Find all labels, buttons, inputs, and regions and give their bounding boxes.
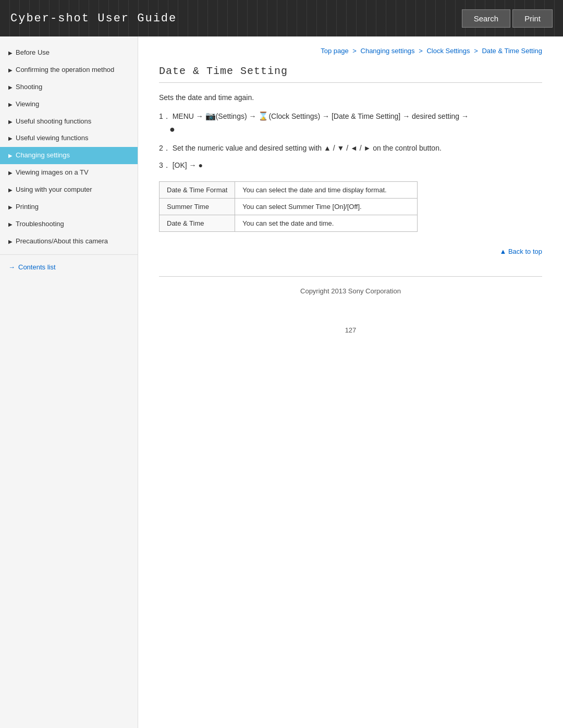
contents-list-link[interactable]: → Contents list — [0, 259, 138, 275]
chevron-right-icon: ▶ — [8, 238, 13, 245]
sidebar-item-viewing-tv[interactable]: ▶ Viewing images on a TV — [0, 164, 138, 181]
chevron-right-icon: ▶ — [8, 221, 13, 228]
table-row: Summer Time You can select Summer Time [… — [160, 199, 418, 215]
main-content: Top page > Changing settings > Clock Set… — [138, 36, 563, 728]
table-cell-label: Date & Time Format — [160, 182, 235, 199]
step-3: 3． [OK] → ● — [159, 160, 542, 171]
chevron-right-icon: ▶ — [8, 50, 13, 56]
breadcrumb-clock[interactable]: Clock Settings — [426, 47, 470, 55]
breadcrumb-current[interactable]: Date & Time Setting — [482, 47, 542, 55]
table-cell-value: You can select Summer Time [On]/[Off]. — [235, 199, 418, 215]
arrow-right-icon: → — [8, 263, 15, 271]
header-buttons: Search Print — [462, 9, 553, 28]
step-2: 2． Set the numeric value and desired set… — [159, 143, 542, 154]
page-number: 127 — [159, 326, 542, 334]
chevron-right-icon: ▶ — [8, 152, 13, 159]
sidebar-item-viewing[interactable]: ▶ Viewing — [0, 96, 138, 113]
back-to-top-link[interactable]: ▲ Back to top — [499, 248, 542, 255]
sidebar-item-changing-settings[interactable]: ▶ Changing settings — [0, 147, 138, 164]
chevron-right-icon: ▶ — [8, 118, 13, 125]
breadcrumb-top[interactable]: Top page — [321, 47, 349, 55]
print-button[interactable]: Print — [512, 9, 553, 28]
sidebar: ▶ Before Use ▶ Confirming the operation … — [0, 36, 138, 728]
sidebar-item-useful-viewing[interactable]: ▶ Useful viewing functions — [0, 130, 138, 147]
table-row: Date & Time You can set the date and tim… — [160, 215, 418, 232]
step-list: 1． MENU → 📷(Settings) → ⌛(Clock Settings… — [159, 110, 542, 171]
chevron-right-icon: ▶ — [8, 169, 13, 176]
sidebar-item-precautions[interactable]: ▶ Precautions/About this camera — [0, 233, 138, 250]
page-title: Date & Time Setting — [159, 65, 542, 83]
sidebar-item-useful-shooting[interactable]: ▶ Useful shooting functions — [0, 113, 138, 130]
intro-text: Sets the date and time again. — [159, 93, 542, 102]
table-cell-value: You can set the date and time. — [235, 215, 418, 232]
table-cell-label: Summer Time — [160, 199, 235, 215]
copyright: Copyright 2013 Sony Corporation — [300, 287, 401, 295]
settings-table: Date & Time Format You can select the da… — [159, 181, 418, 232]
step-1: 1． MENU → 📷(Settings) → ⌛(Clock Settings… — [159, 110, 542, 137]
sidebar-divider — [0, 254, 138, 255]
back-to-top: ▲ Back to top — [159, 248, 542, 255]
sidebar-item-confirming[interactable]: ▶ Confirming the operation method — [0, 61, 138, 79]
table-row: Date & Time Format You can select the da… — [160, 182, 418, 199]
header: Cyber-shot User Guide Search Print — [0, 0, 563, 36]
chevron-right-icon: ▶ — [8, 187, 13, 193]
sidebar-item-before-use[interactable]: ▶ Before Use — [0, 44, 138, 61]
layout: ▶ Before Use ▶ Confirming the operation … — [0, 36, 563, 728]
sidebar-item-troubleshooting[interactable]: ▶ Troubleshooting — [0, 216, 138, 233]
table-cell-label: Date & Time — [160, 215, 235, 232]
sidebar-item-printing[interactable]: ▶ Printing — [0, 199, 138, 216]
chevron-right-icon: ▶ — [8, 101, 13, 108]
sidebar-item-shooting[interactable]: ▶ Shooting — [0, 79, 138, 96]
breadcrumb: Top page > Changing settings > Clock Set… — [159, 47, 542, 55]
footer: Copyright 2013 Sony Corporation — [159, 276, 542, 305]
breadcrumb-changing[interactable]: Changing settings — [361, 47, 415, 55]
search-button[interactable]: Search — [462, 9, 511, 28]
app-title: Cyber-shot User Guide — [10, 12, 177, 25]
chevron-right-icon: ▶ — [8, 204, 13, 211]
table-cell-value: You can select the date and time display… — [235, 182, 418, 199]
chevron-right-icon: ▶ — [8, 135, 13, 142]
sidebar-item-computer[interactable]: ▶ Using with your computer — [0, 181, 138, 199]
chevron-right-icon: ▶ — [8, 84, 13, 91]
chevron-right-icon: ▶ — [8, 67, 13, 73]
